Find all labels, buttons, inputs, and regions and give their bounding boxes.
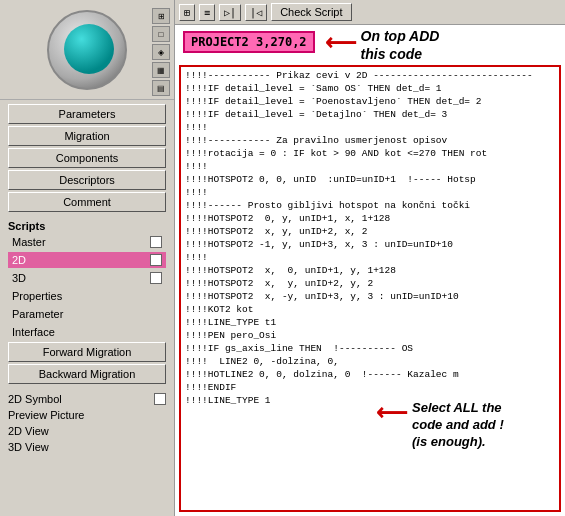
bottom-3d-view[interactable]: 3D View <box>8 440 166 454</box>
bottom-3d-view-label: 3D View <box>8 441 49 453</box>
script-master-label: Master <box>12 236 46 248</box>
bottom-2d-symbol[interactable]: 2D Symbol <box>8 392 166 406</box>
components-button[interactable]: Components <box>8 148 166 168</box>
sidebar-icon-1[interactable]: ⊞ <box>152 8 170 24</box>
bottom-preview-picture[interactable]: Preview Picture <box>8 408 166 422</box>
bottom-2d-view-label: 2D View <box>8 425 49 437</box>
backward-migration-button[interactable]: Backward Migration <box>8 364 166 384</box>
script-2d-indicator <box>150 254 162 266</box>
annotation-top-text: On top ADD this code <box>361 28 440 63</box>
header-row: PROJECT2 3,270,2 ⟵ On top ADD this code <box>179 28 561 63</box>
scripts-label: Scripts <box>0 216 174 234</box>
scripts-section: Master 2D 3D Properties Parameter Interf… <box>0 234 174 384</box>
sidebar-icon-4[interactable]: ▦ <box>152 62 170 78</box>
code-container: !!!!----------- Prikaz cevi v 2D -------… <box>179 65 561 512</box>
logo-teal-sphere <box>64 24 114 74</box>
project-header: PROJECT2 3,270,2 <box>183 31 315 53</box>
arrow-top-icon: ⟵ <box>325 30 357 56</box>
sidebar-icon-5[interactable]: ▤ <box>152 80 170 96</box>
bottom-2d-symbol-indicator <box>154 393 166 405</box>
script-3d-indicator <box>150 272 162 284</box>
sidebar-icon-2[interactable]: □ <box>152 26 170 42</box>
script-master[interactable]: Master <box>8 234 166 250</box>
main-area: ⊞ ≡ ▷| |◁ Check Script PROJECT2 3,270,2 … <box>175 0 565 516</box>
parameters-button[interactable]: Parameters <box>8 104 166 124</box>
toolbar-btn-list[interactable]: ≡ <box>199 4 215 21</box>
script-2d[interactable]: 2D <box>8 252 166 268</box>
sidebar: ⊞ □ ◈ ▦ ▤ Parameters Migration Component… <box>0 0 175 516</box>
comment-button[interactable]: Comment <box>8 192 166 212</box>
code-editor[interactable]: !!!!----------- Prikaz cevi v 2D -------… <box>181 67 559 510</box>
lower-section: !!!!----------- Prikaz cevi v 2D -------… <box>175 65 565 516</box>
sidebar-icon-3[interactable]: ◈ <box>152 44 170 60</box>
script-interface-label: Interface <box>12 326 55 338</box>
check-script-button[interactable]: Check Script <box>271 3 351 21</box>
script-2d-label: 2D <box>12 254 26 266</box>
migration-button[interactable]: Migration <box>8 126 166 146</box>
descriptors-button[interactable]: Descriptors <box>8 170 166 190</box>
nav-buttons: Parameters Migration Components Descript… <box>0 100 174 216</box>
script-properties-label: Properties <box>12 290 62 302</box>
script-properties[interactable]: Properties <box>8 288 166 304</box>
bottom-items: 2D Symbol Preview Picture 2D View 3D Vie… <box>0 388 174 458</box>
sidebar-icon-group: ⊞ □ ◈ ▦ ▤ <box>152 8 170 96</box>
toolbar: ⊞ ≡ ▷| |◁ Check Script <box>175 0 565 25</box>
forward-migration-button[interactable]: Forward Migration <box>8 342 166 362</box>
bottom-2d-view[interactable]: 2D View <box>8 424 166 438</box>
logo-area: ⊞ □ ◈ ▦ ▤ <box>0 0 174 100</box>
script-parameter-label: Parameter <box>12 308 63 320</box>
toolbar-btn-prev[interactable]: |◁ <box>245 4 267 21</box>
script-master-indicator <box>150 236 162 248</box>
logo-circle <box>47 10 127 90</box>
script-3d[interactable]: 3D <box>8 270 166 286</box>
bottom-2d-symbol-label: 2D Symbol <box>8 393 62 405</box>
toolbar-btn-grid[interactable]: ⊞ <box>179 4 195 21</box>
script-parameter[interactable]: Parameter <box>8 306 166 322</box>
bottom-preview-label: Preview Picture <box>8 409 84 421</box>
toolbar-btn-next[interactable]: ▷| <box>219 4 241 21</box>
script-3d-label: 3D <box>12 272 26 284</box>
script-interface[interactable]: Interface <box>8 324 166 340</box>
